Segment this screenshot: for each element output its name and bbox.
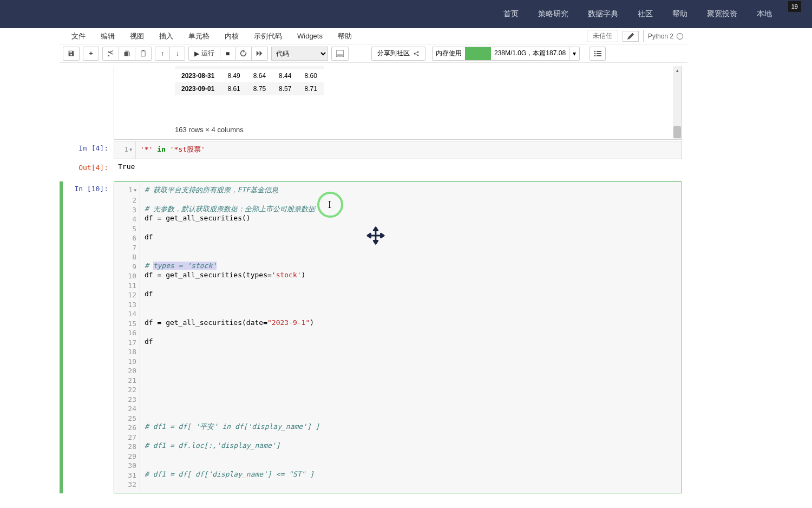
edit-icon[interactable] <box>623 31 639 42</box>
command-palette-button[interactable] <box>331 47 349 61</box>
toolbar: ＋ ↑ ↓ ▶ 运行 ■ <box>60 44 687 63</box>
dataframe-table: 2023-08-30 8.48 8.60 8.38 8.48 2023-08-3… <box>175 66 324 95</box>
save-button[interactable] <box>63 47 80 61</box>
svg-point-6 <box>594 53 596 54</box>
menu-kernel[interactable]: 内核 <box>217 28 246 44</box>
mem-text: 238M/1.0G，本篇187.08 <box>491 49 569 58</box>
code-cell-4[interactable]: In [4]: 1 '*' in '*st股票' <box>60 141 687 159</box>
kernel-indicator[interactable]: Python 2 <box>643 30 683 42</box>
mem-label: 内存使用 <box>433 49 465 58</box>
menu-file[interactable]: 文件 <box>64 28 93 44</box>
nav-local[interactable]: 本地 <box>757 9 772 19</box>
dataframe-output[interactable]: 2023-08-30 8.48 8.60 8.38 8.48 2023-08-3… <box>114 66 682 140</box>
code-cell-10[interactable]: In [10]: 1234567891011121314151617181920… <box>60 181 687 493</box>
menu-examples[interactable]: 示例代码 <box>246 28 290 44</box>
share-icon <box>413 50 420 57</box>
kernel-name: Python 2 <box>648 32 673 40</box>
cells-area: 2023-08-30 8.48 8.60 8.38 8.48 2023-08-3… <box>60 63 687 497</box>
menubar: 文件 编辑 视图 插入 单元格 内核 示例代码 Widgets 帮助 未信任 P… <box>60 28 687 44</box>
add-cell-button[interactable]: ＋ <box>83 47 99 61</box>
dataframe-dims: 163 rows × 4 columns <box>114 120 682 139</box>
svg-rect-10 <box>597 55 601 56</box>
out-prompt: Out[4]: <box>60 160 114 173</box>
in-prompt: In [4]: <box>60 141 114 159</box>
svg-rect-8 <box>597 51 601 52</box>
in-prompt: In [10]: <box>60 181 114 493</box>
paste-button[interactable] <box>135 47 152 61</box>
empty-prompt <box>60 66 114 140</box>
notebook-container: 文件 编辑 视图 插入 单元格 内核 示例代码 Widgets 帮助 未信任 P… <box>60 28 687 497</box>
svg-point-5 <box>594 50 596 52</box>
nav-help[interactable]: 帮助 <box>672 9 687 19</box>
restart-button[interactable] <box>235 47 252 61</box>
scrollbar-thumb[interactable] <box>673 126 681 138</box>
menu-help[interactable]: 帮助 <box>330 28 359 44</box>
menu-insert[interactable]: 插入 <box>152 28 181 44</box>
cut-button[interactable] <box>102 47 119 61</box>
memory-indicator[interactable]: 内存使用 238M/1.0G，本篇187.08 ▾ <box>432 47 580 61</box>
nav-community[interactable]: 社区 <box>638 9 653 19</box>
output-text: True <box>114 160 682 173</box>
run-label: 运行 <box>201 49 214 58</box>
code-content[interactable]: # 获取平台支持的所有股票，ETF基金信息 # 无参数，默认获取股票数据；全部上… <box>140 182 682 493</box>
nav-home[interactable]: 首页 <box>503 9 519 19</box>
output-cell-4: Out[4]: True <box>60 160 687 173</box>
kernel-status-icon <box>677 33 683 40</box>
stop-button[interactable]: ■ <box>220 47 235 61</box>
svg-rect-9 <box>597 53 601 54</box>
svg-rect-1 <box>337 54 343 55</box>
share-label: 分享到社区 <box>377 49 410 58</box>
fastforward-button[interactable] <box>252 47 268 61</box>
top-navbar: 首页 策略研究 数据字典 社区 帮助 聚宽投资 本地 19 <box>0 0 812 28</box>
menu-edit[interactable]: 编辑 <box>93 28 122 44</box>
svg-point-4 <box>417 54 419 56</box>
run-button[interactable]: ▶ 运行 <box>188 47 220 61</box>
nav-datadict[interactable]: 数据字典 <box>588 9 618 19</box>
svg-point-7 <box>594 55 596 56</box>
scroll-up-icon[interactable]: ▴ <box>673 66 682 75</box>
mem-bar <box>465 47 491 60</box>
svg-point-3 <box>417 51 419 53</box>
move-down-button[interactable]: ↓ <box>170 47 185 61</box>
move-up-button[interactable]: ↑ <box>155 47 170 61</box>
nav-strategy[interactable]: 策略研究 <box>538 9 568 19</box>
share-button[interactable]: 分享到社区 <box>371 47 425 61</box>
scrollbar[interactable]: ▴ <box>673 66 682 139</box>
menu-cell[interactable]: 单元格 <box>181 28 217 44</box>
table-row: 2023-09-01 8.61 8.75 8.57 8.71 <box>175 82 324 95</box>
play-icon: ▶ <box>194 50 199 57</box>
copy-button[interactable] <box>119 47 135 61</box>
svg-rect-0 <box>336 50 344 57</box>
nav-invest[interactable]: 聚宽投资 <box>707 9 737 19</box>
celltype-select[interactable]: 代码 <box>271 47 328 61</box>
line-gutter: 1234567891011121314151617181920212223242… <box>114 182 140 493</box>
menu-view[interactable]: 视图 <box>122 28 152 44</box>
code-input[interactable]: 1234567891011121314151617181920212223242… <box>114 181 682 493</box>
toc-button[interactable] <box>590 47 606 61</box>
output-cell-dataframe: 2023-08-30 8.48 8.60 8.38 8.48 2023-08-3… <box>60 66 687 140</box>
table-row: 2023-08-31 8.49 8.64 8.44 8.60 <box>175 69 324 82</box>
menu-widgets[interactable]: Widgets <box>290 29 330 43</box>
code-input[interactable]: 1 '*' in '*st股票' <box>114 141 682 159</box>
mem-caret-icon: ▾ <box>569 47 579 60</box>
notif-badge[interactable]: 19 <box>788 1 801 12</box>
trust-button[interactable]: 未信任 <box>587 30 618 42</box>
